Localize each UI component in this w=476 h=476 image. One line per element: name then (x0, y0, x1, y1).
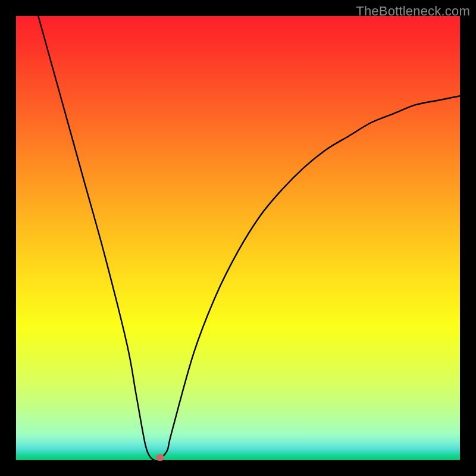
optimum-marker (156, 454, 164, 461)
bottleneck-curve (16, 16, 460, 460)
chart-container: TheBottleneck.com (0, 0, 476, 476)
plot-area (16, 16, 460, 460)
curve-path (38, 16, 460, 461)
watermark-text: TheBottleneck.com (356, 4, 470, 19)
